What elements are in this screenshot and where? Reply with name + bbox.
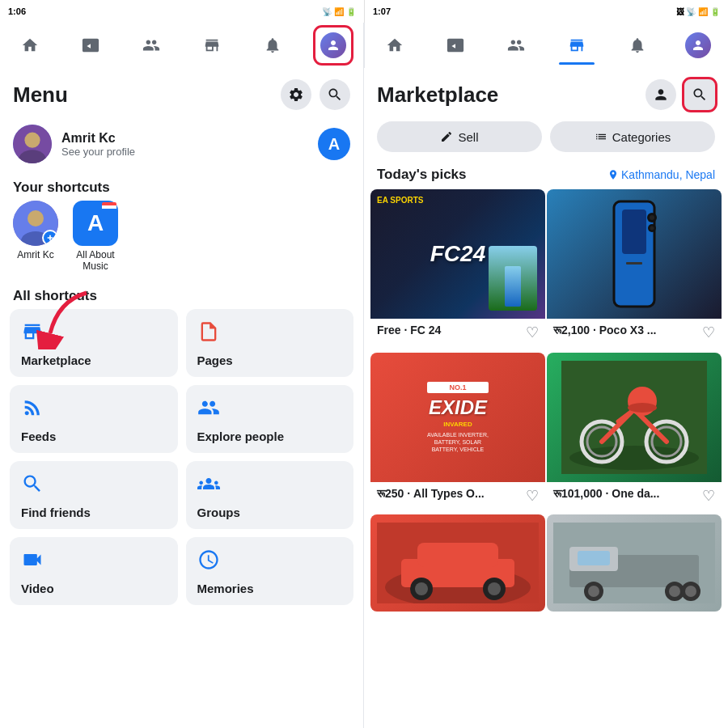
battery-heart[interactable]: ♡ — [526, 487, 539, 505]
fc24-title: FC24 — [430, 241, 485, 267]
fc24-heart[interactable]: ♡ — [526, 324, 539, 341]
listing-bike[interactable]: रू101,000 · One da... ♡ — [547, 353, 722, 510]
svg-rect-13 — [626, 262, 642, 265]
nav-friends-left[interactable] — [133, 28, 169, 63]
fc24-ea-label: EA SPORTS — [377, 196, 423, 205]
right-status-icons: 🖼 📡 📶 🔋 — [676, 7, 720, 16]
nav-marketplace-right[interactable] — [559, 28, 595, 63]
menu-title: Menu — [13, 83, 68, 108]
listing-car[interactable] — [370, 514, 545, 612]
bike-heart[interactable]: ♡ — [702, 487, 715, 505]
mp-search-button[interactable] — [684, 79, 715, 110]
poco-info: रू2,100 · Poco X3 ... ♡ — [547, 319, 722, 346]
nav-video-right[interactable] — [438, 28, 473, 63]
shortcut-music-label: All About Music — [71, 249, 120, 272]
shortcuts-row: Amrit Kc A All About Music — [0, 201, 363, 280]
nav-home-right[interactable] — [377, 28, 413, 63]
svg-point-31 — [415, 582, 428, 595]
nav-home-left[interactable] — [12, 28, 48, 63]
status-bars: 1:06 📡 📶 🔋 1:07 🖼 📡 📶 🔋 — [0, 0, 728, 23]
settings-button[interactable] — [281, 79, 311, 110]
mp-header: Marketplace — [364, 68, 728, 116]
grid-item-video[interactable]: Video — [10, 537, 178, 605]
nav-bell-right[interactable] — [620, 28, 655, 63]
grid-label-groups: Groups — [197, 506, 343, 519]
feeds-grid-icon — [21, 396, 167, 425]
nav-bell-left[interactable] — [255, 28, 290, 63]
listing-fc24[interactable]: EA SPORTS FC24 Free · FC 24 ♡ — [370, 189, 545, 346]
car-image — [370, 514, 545, 612]
battery-image: NO.1 EXIDE INVARED AVAILABLE INVERTER,BA… — [370, 353, 545, 482]
nav-avatar-right[interactable] — [680, 28, 716, 63]
profile-initial-button[interactable]: A — [318, 128, 350, 160]
mp-bottom-grid — [364, 514, 728, 616]
menu-header: Menu — [0, 68, 363, 116]
svg-point-10 — [650, 215, 654, 220]
sell-button[interactable]: Sell — [377, 121, 542, 152]
shortcut-amrit[interactable]: Amrit Kc — [13, 201, 58, 272]
shortcut-music-icon: A — [73, 201, 118, 246]
profile-section[interactable]: Amrit Kc See your profile A — [0, 116, 363, 171]
shortcuts-grid: Marketplace Pages Feeds — [10, 309, 353, 605]
bike-price: रू101,000 · One da... — [553, 487, 659, 501]
nav-video-left[interactable] — [73, 28, 108, 63]
nav-avatar-left — [320, 32, 346, 58]
grid-item-explore[interactable]: Explore people — [186, 385, 354, 453]
grid-label-video: Video — [21, 582, 167, 595]
menu-search-button[interactable] — [320, 79, 350, 110]
categories-button[interactable]: Categories — [550, 121, 715, 152]
grid-label-marketplace: Marketplace — [21, 353, 167, 367]
shortcut-badge-amrit — [42, 230, 58, 246]
svg-point-4 — [28, 210, 44, 226]
truck-image — [547, 514, 722, 612]
marketplace-grid-icon — [21, 320, 167, 349]
fc24-price: Free · FC 24 — [377, 324, 441, 336]
svg-point-1 — [24, 133, 40, 148]
listing-truck[interactable] — [547, 514, 722, 612]
video-grid-icon — [21, 548, 167, 577]
grid-item-groups[interactable]: Groups — [186, 461, 354, 529]
friends-grid-icon — [21, 472, 167, 501]
right-panel-marketplace: Marketplace Sell Categories — [364, 68, 728, 728]
grid-item-feeds[interactable]: Feeds — [10, 385, 178, 453]
sell-label: Sell — [458, 130, 478, 144]
grid-item-memories[interactable]: Memories — [186, 537, 354, 605]
left-nav — [0, 23, 364, 68]
svg-rect-37 — [578, 551, 610, 565]
grid-label-feeds: Feeds — [21, 430, 167, 443]
nav-shop-left[interactable] — [194, 28, 230, 63]
shortcut-music[interactable]: A All About Music — [71, 201, 120, 272]
left-panel-menu: Menu Amrit Kc See your p — [0, 68, 364, 728]
listing-battery[interactable]: NO.1 EXIDE INVARED AVAILABLE INVERTER,BA… — [370, 353, 545, 510]
explore-grid-icon — [197, 396, 343, 425]
memories-grid-icon — [197, 548, 343, 577]
car-svg — [377, 523, 539, 603]
mp-profile-button[interactable] — [645, 79, 676, 110]
nav-profile-menu-left[interactable] — [315, 28, 351, 63]
mp-section-header: Today's picks Kathmandu, Nepal — [364, 160, 728, 189]
nav-friends-right[interactable] — [498, 28, 534, 63]
left-time: 1:06 — [8, 6, 26, 16]
poco-heart[interactable]: ♡ — [702, 324, 715, 341]
right-nav — [364, 23, 728, 68]
battery-info: रू250 · All Types O... ♡ — [370, 482, 545, 510]
grid-item-marketplace[interactable]: Marketplace — [10, 309, 178, 377]
groups-grid-icon — [197, 472, 343, 501]
bike-info: रू101,000 · One da... ♡ — [547, 482, 722, 510]
left-status-bar: 1:06 📡 📶 🔋 — [0, 0, 364, 23]
listing-poco[interactable]: रू2,100 · Poco X3 ... ♡ — [547, 189, 722, 346]
right-time: 1:07 — [373, 6, 391, 16]
svg-point-41 — [669, 586, 680, 597]
grid-item-friends[interactable]: Find friends — [10, 461, 178, 529]
mp-location[interactable]: Kathmandu, Nepal — [607, 168, 715, 181]
categories-label: Categories — [612, 130, 671, 144]
profile-avatar — [13, 125, 52, 163]
menu-header-icons — [281, 79, 350, 110]
svg-rect-29 — [417, 543, 498, 567]
profile-sub: See your profile — [61, 146, 308, 158]
location-text: Kathmandu, Nepal — [621, 168, 715, 181]
mp-header-icons — [645, 79, 715, 110]
bike-svg — [561, 361, 707, 474]
svg-point-43 — [685, 586, 696, 597]
grid-item-pages[interactable]: Pages — [186, 309, 354, 377]
